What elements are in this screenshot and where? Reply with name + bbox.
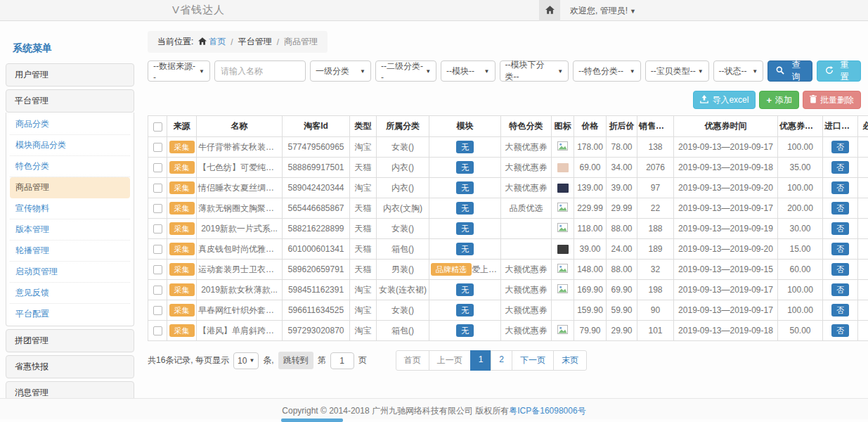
item-type-select[interactable]: --宝贝类型--▼ [645,60,709,82]
row-checkbox[interactable] [153,286,162,295]
discount-price-cell: 69.90 [607,280,637,300]
featured-cell: 大额优惠券 [501,260,552,280]
module-none-badge[interactable]: 无 [456,304,474,316]
featured-category-select[interactable]: --特色分类--▼ [573,60,641,82]
sidebar-item-商品管理[interactable]: 商品管理 [10,177,130,198]
sidebar-item-特色分类[interactable]: 特色分类 [10,156,130,177]
select-value: 一级分类 [316,65,349,77]
select-all-checkbox[interactable] [153,122,162,132]
query-button[interactable]: 查询 [767,60,812,82]
coupon-amount-cell: 100.00 [778,300,823,321]
sidebar-group-拼团管理[interactable]: 拼团管理 [6,329,134,352]
level2-category-select[interactable]: --二级分类--▼ [375,60,436,82]
page-button-末页[interactable]: 末页 [553,350,587,371]
status-select[interactable]: --状态--▼ [713,60,764,82]
import-select-toggle[interactable]: 否 [831,243,849,255]
discount-price-cell: 78.00 [607,137,637,158]
sidebar-group-用户管理[interactable]: 用户管理 [6,63,134,87]
category-cell: 内衣() [377,158,429,178]
source-cell: 采集 [167,260,197,280]
page-button-上一页[interactable]: 上一页 [429,350,471,371]
jump-page-input[interactable] [330,352,354,369]
must-buy-cell: 否 [858,300,868,321]
import-select-toggle[interactable]: 否 [831,222,849,235]
row-checkbox[interactable] [153,326,162,335]
import-select-cell: 否 [823,280,858,300]
select-value: --宝贝类型-- [651,65,696,77]
sidebar-item-平台配置[interactable]: 平台配置 [10,304,130,324]
row-checkbox[interactable] [153,265,162,274]
row-checkbox[interactable] [153,224,162,234]
import-select-toggle[interactable]: 否 [831,324,849,337]
user-menu[interactable]: 欢迎您, 管理员!▼ [570,5,636,17]
module-cell: 无 [429,321,501,341]
must-buy-cell: 否 [858,321,868,341]
row-checkbox[interactable] [153,184,162,193]
import-select-toggle[interactable]: 否 [831,161,849,174]
import-select-toggle[interactable]: 否 [831,181,849,194]
table-row: 采集【七色纺】可爱纯棉家...588869917501天猫内衣()无大额优惠券6… [148,158,868,178]
module-cell: 无 [429,300,501,321]
sidebar-item-启动页管理[interactable]: 启动页管理 [10,262,130,283]
breadcrumb-home-link[interactable]: 首页 [198,36,226,48]
module-none-badge[interactable]: 无 [456,243,474,255]
copyright-text: Copyright © 2014-2018 广州九驰网络科技有限公司 版权所有 [282,406,509,416]
sidebar-item-意见反馈[interactable]: 意见反馈 [10,283,130,304]
sidebar-item-模块商品分类[interactable]: 模块商品分类 [10,135,130,156]
row-checkbox[interactable] [153,143,162,152]
import-select-toggle[interactable]: 否 [831,263,849,276]
level1-category-select[interactable]: 一级分类▼ [310,60,371,82]
import-select-toggle[interactable]: 否 [831,141,849,153]
row-checkbox[interactable] [153,245,162,254]
import-select-cell: 否 [823,158,858,178]
sidebar-item-版本管理[interactable]: 版本管理 [10,219,130,241]
module-cell: 无 [429,219,501,239]
sidebar-item-宣传物料[interactable]: 宣传物料 [10,198,130,219]
icp-link[interactable]: 粤ICP备16098006号 [509,406,585,416]
module-cell: 无 [429,137,501,158]
module-none-badge[interactable]: 无 [456,324,474,337]
sidebar-item-轮播管理[interactable]: 轮播管理 [10,241,130,262]
module-subcategory-select[interactable]: --模块下分类--▼ [500,60,569,82]
sidebar-group-平台管理[interactable]: 平台管理 [6,89,134,113]
import-select-toggle[interactable]: 否 [831,304,849,316]
must-buy-cell: 否 [858,280,868,300]
page-button-下一页[interactable]: 下一页 [512,350,554,371]
home-button[interactable] [539,0,560,21]
add-button[interactable]: + 添加 [759,91,799,109]
import-select-toggle[interactable]: 否 [831,283,849,296]
row-select-cell [148,239,167,260]
row-checkbox[interactable] [153,163,162,172]
module-none-badge[interactable]: 无 [456,161,474,174]
reset-button[interactable]: 重置 [817,60,861,82]
sidebar-group-省惠快报[interactable]: 省惠快报 [6,355,134,378]
chevron-down-icon: ▼ [484,68,490,75]
module-none-badge[interactable]: 无 [456,222,474,235]
page-button-2[interactable]: 2 [491,350,512,371]
per-page-select[interactable]: 10▼ [233,352,259,369]
module-none-badge[interactable]: 无 [456,181,474,194]
module-none-badge[interactable]: 无 [456,202,474,215]
row-checkbox[interactable] [153,204,162,213]
sidebar-item-商品分类[interactable]: 商品分类 [10,114,130,135]
module-none-badge[interactable]: 无 [456,141,474,153]
page-button-首页[interactable]: 首页 [396,350,429,371]
broken-image-icon [557,143,568,153]
data-source-select[interactable]: --数据来源--▼ [148,60,210,82]
must-buy-cell: 否 [858,137,868,158]
jump-to-button[interactable]: 跳转到 [278,352,313,369]
featured-cell: 大额优惠券 [501,280,552,300]
module-none-badge[interactable]: 无 [456,283,474,296]
import-select-toggle[interactable]: 否 [831,202,849,215]
batch-delete-button[interactable]: 批量删除 [803,91,861,109]
source-badge: 采集 [169,324,195,337]
home-icon [198,37,207,47]
row-checkbox[interactable] [153,306,162,315]
horizontal-scrollbar-thumb[interactable] [281,418,343,422]
import-excel-button[interactable]: 导入excel [693,91,756,109]
page-button-1[interactable]: 1 [470,350,492,371]
name-input[interactable] [214,60,306,82]
module-select[interactable]: --模块--▼ [441,60,495,82]
coupon-amount-cell: 50.00 [778,321,823,341]
chevron-down-icon: ▼ [425,68,431,75]
